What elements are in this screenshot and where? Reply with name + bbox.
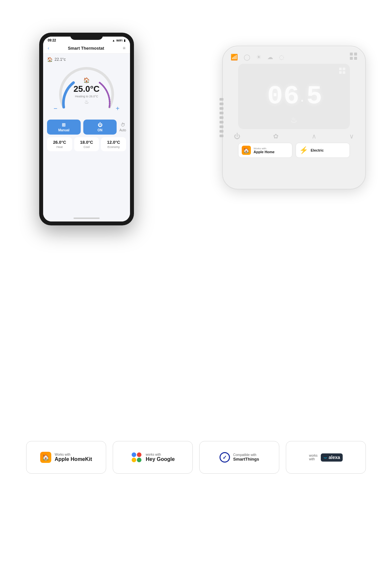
decimal-dot: · <box>300 90 304 109</box>
power-button-icon[interactable]: ⏻ <box>234 133 240 140</box>
smartthings-badge: ✓ Compatible with SmartThings <box>199 441 279 474</box>
increase-button[interactable]: + <box>116 105 120 112</box>
cool-preset: 18.0°C Cool <box>74 137 99 151</box>
wire-slots <box>220 98 223 137</box>
google-works: works with <box>146 453 175 456</box>
wire-slot <box>220 125 223 128</box>
battery-icon: ▮ <box>124 39 125 42</box>
grid-icon <box>350 52 357 62</box>
smartthings-icon: ✓ <box>220 452 230 463</box>
device-badges: 🏠 Works with Apple Home ⚡ Electric <box>238 143 350 158</box>
manual-mode-button[interactable]: ⊞ Manual <box>47 120 81 135</box>
phone-screen: 09:22 ▲ WiFi ▮ ‹ Smart Thermostat ≡ <box>43 37 130 221</box>
status-time: 09:22 <box>48 39 56 42</box>
phone-notch <box>70 33 103 40</box>
dial-subtitle: Heating to 26.0°C <box>75 95 98 98</box>
mini-sq <box>339 71 342 74</box>
wire-slot <box>220 130 223 133</box>
hero-section: 09:22 ▲ WiFi ▮ ‹ Smart Thermostat ≡ <box>0 0 392 425</box>
device-display: 0 6 · 5 ♨ <box>238 64 350 129</box>
wire-slot <box>220 116 223 119</box>
down-icon[interactable]: ∨ <box>349 132 354 140</box>
eco-preset: 12.0°C Economy <box>101 137 126 151</box>
digit-5: 5 <box>306 83 321 109</box>
apple-home-works: Works with <box>253 147 274 150</box>
fan-icon[interactable]: ✿ <box>273 132 279 140</box>
left-status-icons: 📶 ◯ ☀ ☁ ◌ <box>231 54 284 61</box>
mini-sq <box>339 68 342 70</box>
electric-text: Electric <box>311 148 324 152</box>
flame-icon: ♨ <box>84 99 89 105</box>
homekit-text: Works with Apple HomeKit <box>55 453 92 462</box>
eco-label: Economy <box>103 145 124 149</box>
app-content: 🏠 22.1°c � <box>43 54 130 215</box>
alexa-text-area: works with <box>309 454 318 461</box>
eco-val: 12.0°C <box>103 140 124 145</box>
bell-icon: ◌ <box>279 54 284 61</box>
svg-rect-2 <box>350 57 353 60</box>
wire-slot <box>220 135 223 137</box>
room-temp-row: 🏠 22.1°c <box>47 57 126 62</box>
alexa-smile-icon: ⌣ <box>323 454 327 461</box>
heat-label: Heat <box>49 145 70 149</box>
wifi-status-icon: 📶 <box>231 54 238 61</box>
google-text: works with Hey Google <box>146 453 175 462</box>
compatibility-row: 🏠 Works with Apple HomeKit works with He… <box>0 425 392 490</box>
smartthings-name: SmartThings <box>233 457 259 462</box>
back-icon[interactable]: ‹ <box>48 45 49 51</box>
electric-name: Electric <box>311 148 324 152</box>
cool-label: Cool <box>76 145 97 149</box>
auto-icon: ⏱ <box>121 122 125 127</box>
google-dots-svg <box>131 451 142 463</box>
phone-mockup: 09:22 ▲ WiFi ▮ ‹ Smart Thermostat ≡ <box>39 33 134 225</box>
app-header: ‹ Smart Thermostat ≡ <box>43 43 130 54</box>
wire-slot <box>220 121 223 123</box>
decrease-button[interactable]: − <box>54 105 57 112</box>
wifi-icon: WiFi <box>116 39 122 42</box>
homekit-works: Works with <box>55 453 92 456</box>
heat-val: 26.0°C <box>49 140 70 145</box>
google-icon <box>131 451 142 463</box>
apple-home-text: Works with Apple Home <box>253 147 274 154</box>
phone-body: 09:22 ▲ WiFi ▮ ‹ Smart Thermostat ≡ <box>39 33 134 225</box>
svg-rect-1 <box>354 53 357 56</box>
google-badge: works with Hey Google <box>113 441 193 474</box>
cloud-icon: ☁ <box>267 54 273 61</box>
alexa-name: alexa <box>329 455 340 460</box>
alexa-badge: works with ⌣ alexa <box>286 441 366 474</box>
smartthings-works: Compatible with <box>233 453 259 457</box>
on-mode-button[interactable]: ⏻ ON <box>83 120 117 135</box>
room-temp-value: 22.1°c <box>55 57 66 62</box>
electric-badge: ⚡ Electric <box>296 143 350 158</box>
apple-home-icon: 🏠 <box>242 146 251 155</box>
display-digits: 0 6 · 5 <box>267 83 321 109</box>
alexa-works: works <box>309 454 318 457</box>
sun-icon: ☀ <box>256 54 261 61</box>
up-icon[interactable]: ∧ <box>312 132 317 140</box>
home-small-icon: 🏠 <box>83 77 90 83</box>
app-title: Smart Thermostat <box>68 46 104 51</box>
display-top-right <box>339 68 345 74</box>
digit-6: 6 <box>284 83 298 109</box>
wire-slot <box>220 98 223 101</box>
dial-temperature: 25.0°C <box>74 84 100 94</box>
auto-mode-button[interactable]: ⏱ Auto <box>119 122 126 132</box>
wire-slot <box>220 107 223 110</box>
homekit-icon: 🏠 <box>40 452 51 463</box>
alexa-with: with <box>309 457 315 461</box>
menu-icon[interactable]: ≡ <box>123 45 125 51</box>
mode-row: ⊞ Manual ⏻ ON ⏱ Auto <box>47 120 126 135</box>
dial-center: 🏠 25.0°C Heating to 26.0°C ♨ <box>74 77 100 105</box>
electric-icon: ⚡ <box>299 146 308 155</box>
mini-grid <box>339 68 345 74</box>
thermostat-device: 📶 ◯ ☀ ☁ ◌ 0 <box>222 46 366 189</box>
manual-icon: ⊞ <box>62 122 66 127</box>
digit-0: 0 <box>267 83 282 109</box>
home-bar <box>74 218 100 219</box>
temp-presets: 26.0°C Heat 18.0°C Cool 12.0°C Economy <box>47 137 126 151</box>
device-bottom-icons: ⏻ ✿ ∧ ∨ <box>231 132 357 140</box>
on-label: ON <box>98 128 103 132</box>
wire-slot <box>220 103 223 105</box>
svg-point-6 <box>132 458 136 462</box>
smartthings-text: Compatible with SmartThings <box>233 453 259 462</box>
